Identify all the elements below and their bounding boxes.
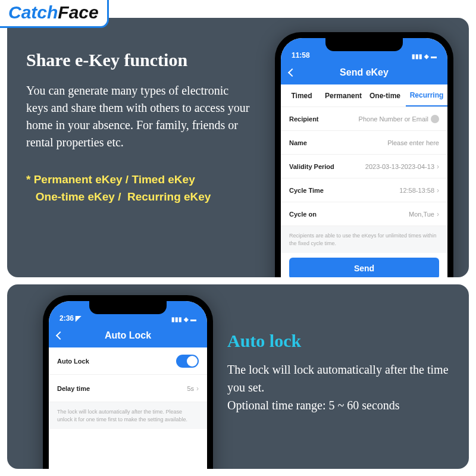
validity-label: Validity Period (289, 163, 334, 170)
ekey-tabs: Timed Permanent One-time Recurring (281, 84, 447, 107)
row-delay[interactable]: Delay time 5s › (49, 375, 207, 402)
tab-onetime[interactable]: One-time (364, 84, 406, 107)
panel1-desc: You can generate many types of electroni… (26, 82, 252, 151)
autolock-toggle[interactable] (176, 355, 199, 368)
logo-part1: Catch (8, 2, 58, 22)
app-header: Send eKey (281, 61, 447, 84)
chevron-right-icon: › (437, 210, 439, 218)
panel2-desc: The lock will lock automatically after t… (227, 361, 459, 414)
logo: CatchFace (0, 0, 109, 28)
app-header: Auto Lock (49, 324, 207, 347)
row-recipient[interactable]: Recipient Phone Number or Email (281, 107, 447, 131)
cycleon-label: Cycle on (289, 211, 317, 218)
wifi-icon: ◈ (424, 53, 429, 60)
keys-line2: One-time eKey / Recurring eKey (26, 189, 252, 206)
back-icon[interactable] (288, 68, 296, 77)
chevron-right-icon: › (196, 384, 199, 393)
recipient-label: Recipient (289, 115, 319, 123)
header-title: Auto Lock (105, 330, 151, 341)
phone-notch (325, 38, 403, 51)
recipient-placeholder: Phone Number or Email (359, 115, 428, 123)
feature-panel-autolock: 2:36 ◤ ▮▮▮ ◈ ▬ Auto Lock Auto Lock Delay… (7, 284, 469, 469)
autolock-label: Auto Lock (57, 358, 89, 365)
status-indicators: ▮▮▮ ◈ ▬ (412, 53, 437, 60)
panel1-keytypes: * Permanent eKey / Timed eKey One-time e… (26, 171, 252, 205)
row-name[interactable]: Name Please enter here (281, 131, 447, 155)
status-indicators: ▮▮▮ ◈ ▬ (171, 316, 196, 322)
location-icon: ◤ (76, 314, 81, 322)
cycletime-value: 12:58-13:58 (399, 187, 434, 194)
feature-panel-ekey: Share e-Key function You can generate ma… (7, 18, 469, 277)
row-validity[interactable]: Validity Period 2023-03-13-2023-04-13 › (281, 155, 447, 178)
delay-value: 5s (187, 385, 194, 392)
status-time: 11:58 (292, 51, 310, 60)
row-cycleon[interactable]: Cycle on Mon,Tue › (281, 202, 447, 226)
tab-recurring[interactable]: Recurring (406, 84, 447, 107)
name-placeholder: Please enter here (387, 139, 439, 146)
battery-icon: ▬ (190, 316, 196, 322)
contact-icon[interactable] (431, 115, 439, 123)
phone-notch (89, 301, 167, 314)
header-title: Send eKey (340, 67, 389, 78)
row-cycletime[interactable]: Cycle Time 12:58-13:58 › (281, 178, 447, 202)
send-button[interactable]: Send (289, 258, 439, 277)
battery-icon: ▬ (431, 53, 437, 60)
chevron-right-icon: › (437, 186, 439, 195)
back-icon[interactable] (56, 331, 64, 340)
cycleon-value: Mon,Tue (409, 211, 434, 218)
phone-mockup-autolock: 2:36 ◤ ▮▮▮ ◈ ▬ Auto Lock Auto Lock Delay… (43, 295, 213, 469)
signal-icon: ▮▮▮ (412, 53, 422, 60)
ekey-note: Recipients are able to use the eKeys for… (281, 226, 447, 253)
delay-label: Delay time (57, 385, 90, 392)
signal-icon: ▮▮▮ (171, 316, 182, 322)
row-autolock: Auto Lock (49, 347, 207, 375)
tab-timed[interactable]: Timed (281, 84, 322, 107)
chevron-right-icon: › (437, 162, 439, 171)
cycletime-label: Cycle Time (289, 187, 324, 194)
autolock-note: The lock will lock automatically after t… (49, 402, 207, 429)
tab-permanent[interactable]: Permanent (322, 84, 364, 107)
status-time: 2:36 ◤ (60, 314, 81, 322)
phone-mockup-ekey: 11:58 ▮▮▮ ◈ ▬ Send eKey Timed Permanent … (275, 32, 453, 277)
validity-value: 2023-03-13-2023-04-13 (365, 163, 434, 170)
keys-line1: * Permanent eKey / Timed eKey (26, 171, 252, 189)
panel2-title: Auto lock (227, 331, 459, 351)
name-label: Name (289, 139, 307, 146)
logo-part2: Face (58, 2, 98, 22)
panel1-title: Share e-Key function (26, 50, 252, 70)
wifi-icon: ◈ (184, 316, 189, 322)
